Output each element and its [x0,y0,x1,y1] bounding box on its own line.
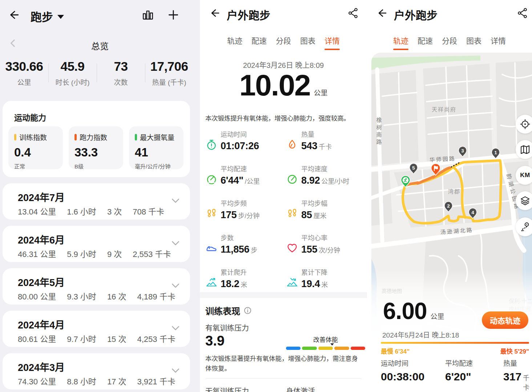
track-map-screen: 户外跑步 轨迹 配速 分段 图表 详情 [367,0,532,392]
workout-distance: 10.02 公里 [200,68,367,102]
stat-avg-speed: 平均速度 8.92公里/小时 [286,161,365,195]
add-icon[interactable] [167,9,180,21]
tab-pace[interactable]: 配速 [418,35,433,49]
scale-marker [330,343,334,346]
info-icon[interactable] [244,307,251,314]
chevron-down-icon[interactable] [171,240,180,246]
month-card-april[interactable]: 2024年4月 80.61 公里9.7 小时 15 次4,253 千卡 [3,311,190,347]
aerobic-stress-value: 3.9 [205,333,225,349]
share-icon[interactable] [517,7,528,19]
locate-button[interactable] [516,115,532,134]
month-card-june[interactable]: 2024年6月 46.31 公里5.9 小时 9 次2,553 千卡 [3,226,190,262]
stat-avg-pace: 平均配速 6'44"/公里 [205,161,286,195]
map-icon [519,144,531,155]
stat-steps: 步数 11,856步 [205,230,286,264]
workout-detail-screen: 户外跑步 轨迹 配速 分段 图表 详情 2024年3月26日 晚上8:09 10… [200,0,367,392]
run-date: 2024年5月24日 晚上8:18 [382,330,459,339]
map-label-wanjun: 湾郡 [448,188,460,195]
bar-chart-icon[interactable] [142,9,154,21]
running-index-card[interactable]: 跑力指数 33.3 B级 [69,126,123,169]
share-icon[interactable] [347,7,359,19]
svg-text:2: 2 [447,203,450,209]
stat-total-distance: 330.66 公里 [0,59,48,87]
workout-stats-grid: 运动时间 01:07:26 热量 543千卡 平均配速 6'44"/公里 平均速… [205,126,365,299]
tab-track[interactable]: 轨迹 [227,35,242,49]
stat-avg-heart-rate: 平均心率 155次/分钟 [286,230,365,264]
chevron-down-icon[interactable] [171,283,180,289]
map-label-tianxiang: 天祥尚府 [432,106,456,113]
stat-calories: 热量 543千卡 [286,126,365,161]
health-app: 跑步 总览 330.66 公里 45.9 时长 (小时) 73 次数 [0,0,532,392]
training-performance-title: 训练表现 [205,304,251,317]
month-card-may[interactable]: 2024年5月 80.00 公里9.3 小时 16 次4,189 千卡 [3,268,190,305]
chevron-down-icon[interactable] [171,198,180,204]
map-label-xiangshu-road: 橡树南路 [376,117,382,146]
month-card-march[interactable]: 2024年3月 74.30 公里8.8 小时 17 次3,921 千卡 [3,353,190,389]
km-toggle-button[interactable]: KM [516,166,532,185]
back-icon[interactable] [7,9,20,21]
svg-text:1: 1 [494,150,497,155]
tab-track[interactable]: 轨迹 [393,35,408,49]
layers-button[interactable] [516,191,532,210]
section-divider [200,292,367,298]
layers-icon [519,195,531,207]
fastest-pace-label: 最快 5'29" [500,346,529,355]
run-stat-duration: 运动时间 00:38:00 [381,358,426,383]
aerobic-stress-label: 有氧训练压力 [205,322,249,333]
anaerobic-stress-label: 无氧训练压力 [205,385,249,392]
running-overview-screen: 跑步 总览 330.66 公里 45.9 时长 (小时) 73 次数 [0,0,200,392]
run-summary-overlay: 6.00 公里 动态轨迹 2024年5月24日 晚上8:18 最慢 6'34" … [371,269,532,392]
footprints-icon [205,197,218,230]
pace-gradient-bar [381,342,529,344]
heart-icon [286,232,298,264]
tab-details[interactable]: 详情 [325,35,340,49]
tab-charts[interactable]: 图表 [300,35,315,49]
stopwatch-icon [205,128,218,161]
flame-icon [286,128,298,161]
page-title: 户外跑步 [394,7,438,23]
back-icon[interactable] [209,7,220,19]
back-icon[interactable] [376,7,387,19]
tab-segments[interactable]: 分段 [276,35,291,49]
sport-type-dropdown[interactable]: 跑步 [31,8,64,24]
tab-segments[interactable]: 分段 [442,35,457,49]
color-pill [135,134,137,140]
speedometer-icon [286,163,298,195]
map-style-button[interactable] [516,140,532,159]
aerobic-stress-description: 本次锻炼显著提升有氧体能，增强心肺能力，需注意身体恢复。 [205,354,362,373]
tab-charts[interactable]: 图表 [466,35,481,49]
color-pill [74,134,77,140]
body-activation-label: 身体激活 [286,385,315,392]
chevron-down-icon[interactable] [171,325,180,331]
stat-total-calories: 17,706 热量 (千卡) [145,59,193,87]
chevron-down-icon[interactable] [171,368,180,373]
svg-text:5: 5 [412,165,415,171]
route-map[interactable]: 天祥尚府 橡树南路 华师园路 湾郡 韵湖公园路 汤逊湖北路 保利·十二 橡树庄园… [371,53,532,392]
scale-bar [286,347,365,350]
divider [205,378,362,379]
run-stat-pace: 平均配速 6'20" [445,358,473,383]
dynamic-track-button[interactable]: 动态轨迹 [482,311,528,329]
tab-details[interactable]: 详情 [491,35,506,49]
stat-total-duration: 45.9 时长 (小时) [48,59,97,87]
overview-title: 总览 [0,39,200,52]
pace-gauge-icon [205,163,218,195]
stat-avg-stride: 平均步幅 85厘米 [286,195,365,230]
route-overview-button[interactable] [516,217,532,236]
detail-tabs: 轨迹 配速 分段 图表 详情 [200,35,367,49]
section-title: 运动能力 [14,111,46,123]
exercise-ability-card: 运动能力 训练指数 0.4 正常 跑力指数 33.3 B级 最大摄氧量 41 毫… [3,101,190,177]
month-card-july[interactable]: 2024年7月 13.04 公里1.6 小时 3 次708 千卡 [3,183,190,220]
tab-pace[interactable]: 配速 [251,35,267,49]
page-title: 跑步 [31,8,53,24]
slowest-pace-label: 最慢 6'34" [381,346,410,355]
training-index-card[interactable]: 训练指数 0.4 正常 [8,126,63,169]
workout-summary: 本次锻炼提升有氧体能，增强心肺能力，强度较高。 [205,113,363,122]
chevron-down-icon [57,15,64,19]
stat-total-count: 73 次数 [97,59,145,87]
page-title: 户外跑步 [227,7,270,23]
svg-text:4: 4 [471,210,474,215]
footprints-icon [286,197,298,230]
color-pill [14,134,16,140]
vo2max-card[interactable]: 最大摄氧量 41 毫升/公斤/分钟 [129,126,184,169]
